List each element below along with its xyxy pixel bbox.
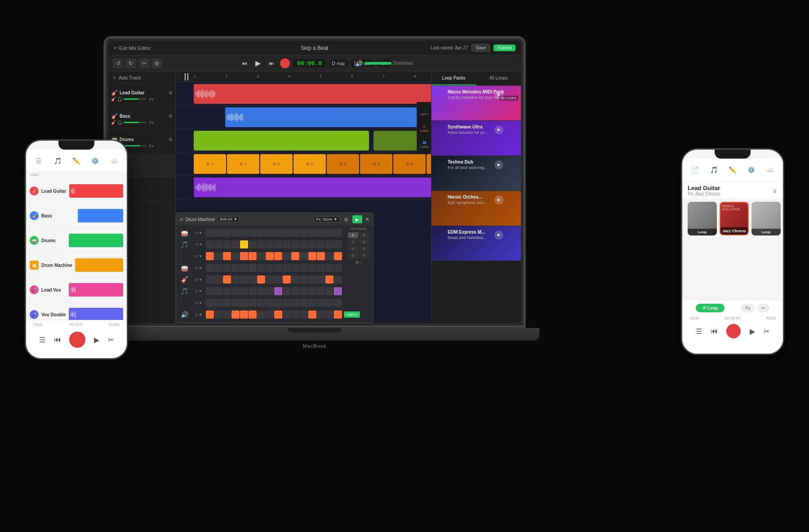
pr-bottom-controls: ↺ Loop Fx ✂ Undo 00:00.00 Redo ☰ ⏮ — [682, 300, 783, 354]
publish-button[interactable]: Publish — [493, 44, 516, 51]
pl-track-3: ▦ Drum Machine — [26, 253, 127, 278]
pl-scissors-button[interactable]: ✂ — [108, 336, 114, 344]
loop-play-3[interactable]: ▶ — [494, 195, 503, 204]
tl-track-lead-guitar — [176, 82, 431, 106]
time-display: 00:00.0 — [293, 59, 325, 67]
timeline-tracks: ⊞ A ⊞ A ⊞ A ⊞ A ⊞ B ⊞ B ⊞ B ⊞ B — [176, 82, 431, 323]
drum-machine-panel: ≡ Drum Machine 808 Kit ▼ Fx: None ▼ ⊞ ▶ … — [176, 213, 373, 323]
sidenav-lyrics[interactable]: ♪ Lyrics — [417, 104, 431, 120]
save-button[interactable]: Save — [471, 44, 490, 52]
pr-scissors-button-2[interactable]: ✂ — [764, 327, 769, 336]
pr-fx-button[interactable]: Fx — [741, 304, 755, 312]
track-item-bass: 🎸 Bass ⚙ 🎸🎧 Fx — [108, 107, 175, 131]
side-panel-tabs: Loop Packs All Loops — [431, 71, 521, 86]
pl-track-block-4 — [69, 283, 123, 297]
pr-fx-tile-1[interactable]: MOBILE EXCLUSIVE Jazz Chorus — [720, 202, 749, 235]
pr-nav-tracks[interactable]: 📄 — [690, 164, 701, 175]
tl-track-bass — [176, 106, 431, 129]
pl-rewind-button[interactable]: ⏮ — [54, 336, 61, 344]
pl-track-name-4: Lead Vox — [41, 288, 66, 293]
pl-redo-label: Guide — [109, 322, 120, 327]
loop-play-2[interactable]: ▶ — [494, 160, 503, 169]
phone-left: ☰ 🎵 ✏️ ⚙️ ☁️ SNAP 🎸 Lead Guitar — [25, 139, 128, 359]
laptop-body: ↩ Exit Mix Editor Skip a Beat Last saved… — [103, 36, 526, 328]
pr-loop-button[interactable]: ↺ Loop — [696, 304, 724, 312]
loop-play-4[interactable]: ▶ — [494, 231, 503, 239]
pl-undo-label: Undo — [33, 322, 43, 327]
laptop-base-notch — [288, 328, 342, 332]
undo-button[interactable]: ↺ — [113, 58, 124, 68]
pr-fx-tile-0[interactable]: Loop — [688, 202, 717, 235]
loop-item-1[interactable]: ▶ Synthwave Ultra Retro-futurism for yo.… — [431, 121, 521, 156]
pr-header: 📄 🎵 ✏️ ⚙️ ☁️ — [682, 159, 783, 181]
pr-track-collapse[interactable]: ∨ — [772, 186, 778, 195]
cut-button[interactable]: ✂ — [139, 58, 150, 68]
edit-group: ✂ ⊞ — [139, 58, 162, 68]
pr-action-row: ↺ Loop Fx ✂ — [682, 300, 783, 316]
loop-item-4[interactable]: ▶ EDM Express M... Beats and melodies... — [431, 226, 521, 261]
key-display: D maj — [329, 60, 347, 67]
pl-nav-loops[interactable]: 🎵 — [52, 155, 63, 166]
pl-nav-tracks[interactable]: ☰ — [34, 155, 44, 166]
pr-transport-menu[interactable]: ☰ — [696, 327, 702, 336]
track-item-lead-guitar: 🎸 Lead Guitar ⚙ 🎸🎧 Fx — [108, 84, 175, 107]
pl-nav-settings[interactable]: ⚙️ — [90, 155, 101, 166]
pl-track-2: 🥁 Drums — [26, 228, 127, 253]
daw-header: ↩ Exit Mix Editor Skip a Beat Last saved… — [108, 41, 521, 55]
phone-right-frame: 📄 🎵 ✏️ ⚙️ ☁️ Lead Guitar Fx: Jazz Chorus… — [681, 148, 784, 355]
loop-play-1[interactable]: ▶ — [494, 125, 503, 134]
pr-nav-loops[interactable]: 🎵 — [708, 164, 719, 175]
duplicate-button[interactable]: ⊞ — [151, 58, 162, 68]
tab-loop-packs[interactable]: Loop Packs — [431, 71, 476, 85]
pl-track-block-1 — [78, 209, 123, 222]
daw-sidenav: ♪ Lyrics ◎ Loops 👥 Collab — [417, 102, 431, 152]
pr-nav-cloud[interactable]: ☁️ — [765, 164, 775, 175]
undo-redo-group: ↺ ↻ — [113, 58, 136, 68]
pr-fx-tile-2[interactable]: Loop — [751, 202, 781, 235]
pr-transport: ☰ ⏮ ▶ ✂ — [682, 322, 783, 340]
pl-track-5: 🎤 Vox Double — [26, 302, 127, 320]
laptop-screen: ↩ Exit Mix Editor Skip a Beat Last saved… — [108, 41, 521, 323]
pl-record-button[interactable] — [69, 332, 85, 348]
loop-item-3[interactable]: ▶ Heroic Orches... Epic symphonic sou... — [431, 191, 521, 226]
record-button[interactable] — [280, 58, 290, 68]
daw-title: Skip a Beat — [301, 45, 328, 51]
pr-undo-label: Undo — [689, 316, 699, 320]
tab-all-loops[interactable]: All Loops — [476, 71, 521, 85]
daw-main: ＋ Add Track 🎸 Lead Guitar ⚙ 🎸🎧 — [108, 71, 521, 323]
loop-item-0[interactable]: ▶ Macro Melodies MIDI Pack Catchy melodi… — [431, 86, 521, 121]
sidenav-collab[interactable]: 👥 Collab — [417, 136, 431, 152]
pl-tracks: 🎸 Lead Guitar 🎸 Bass 🥁 Drums — [26, 179, 127, 320]
pl-transport-menu[interactable]: ☰ — [39, 336, 45, 344]
dm-add-button[interactable]: Add A — [344, 311, 360, 318]
pl-header: ☰ 🎵 ✏️ ⚙️ ☁️ — [26, 150, 127, 172]
pr-play-button[interactable]: ▶ — [750, 327, 755, 336]
add-track-button[interactable]: ＋ Add Track — [108, 71, 175, 84]
pr-scissors-button[interactable]: ✂ — [757, 304, 769, 312]
pl-track-block-5 — [69, 308, 123, 320]
pl-track-name-0: Lead Guitar — [41, 189, 67, 194]
timeline-ruler: 1 2 3 4 5 6 7 8 9 10 11 — [176, 71, 431, 82]
tl-track-drums — [176, 129, 431, 152]
pl-nav-cloud[interactable]: ☁️ — [108, 155, 119, 166]
pr-record-button[interactable] — [726, 324, 741, 338]
pl-track-icon-0: 🎸 — [30, 186, 39, 195]
pl-nav-edit[interactable]: ✏️ — [71, 155, 82, 166]
play-button[interactable]: ▶ — [253, 58, 263, 68]
sidenav-loops[interactable]: ◎ Loops — [417, 120, 431, 136]
pr-nav-edit[interactable]: ✏️ — [727, 164, 738, 175]
exit-mix-editor-button[interactable]: ↩ Exit Mix Editor — [114, 45, 151, 51]
pl-bottom: Undo 00:00.0 Guide ☰ ⏮ ▶ ✂ — [26, 320, 127, 358]
pl-track-1: 🎸 Bass — [26, 204, 127, 228]
redo-button[interactable]: ↻ — [125, 58, 136, 68]
rewind-button[interactable]: ⏮ — [240, 58, 249, 68]
loop-item-2[interactable]: ▶ Techno Dub For all your post-reg... — [431, 156, 521, 191]
pr-rewind-button[interactable]: ⏮ — [711, 327, 718, 335]
pl-track-icon-2: 🥁 — [30, 236, 39, 245]
phone-left-frame: ☰ 🎵 ✏️ ⚙️ ☁️ SNAP 🎸 Lead Guitar — [25, 139, 128, 359]
pl-track-name-5: Vox Double — [41, 312, 66, 317]
fast-forward-button[interactable]: ⏭ — [267, 58, 276, 68]
pr-nav-settings[interactable]: ⚙️ — [746, 164, 757, 175]
pl-play-button[interactable]: ▶ — [94, 336, 99, 344]
pl-track-block-2 — [69, 234, 123, 247]
